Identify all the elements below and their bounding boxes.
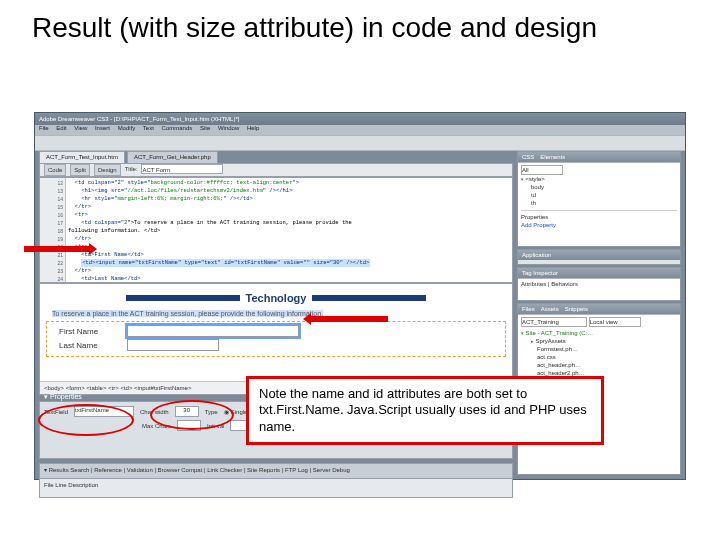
prop-label-type: Type — [205, 409, 218, 415]
highlighted-code-line: <td><input name="txtFirstName" type="tex… — [81, 259, 370, 267]
prop-label-maxchars: Max Chars — [142, 423, 171, 429]
files-tab-assets[interactable]: Assets — [541, 304, 559, 314]
label-firstname: First Name — [59, 327, 121, 336]
menu-commands[interactable]: Commands — [162, 125, 193, 131]
files-root[interactable]: Site - ACT_Training (C:… — [521, 329, 677, 337]
app-titlebar: Adobe Dreamweaver CS3 - [D:\PHP\ACT_Form… — [35, 113, 685, 125]
menu-file[interactable]: File — [39, 125, 49, 131]
page-banner: Technology — [126, 292, 426, 304]
view-design-button[interactable]: Design — [94, 164, 121, 176]
input-lastname[interactable] — [127, 339, 219, 351]
prop-label-initval: Init val — [207, 423, 224, 429]
properties-header[interactable]: ▾ Properties — [40, 393, 86, 401]
prop-charwidth-field[interactable]: 30 — [175, 406, 199, 417]
file-item[interactable]: SpryAssets — [521, 337, 677, 345]
css-rule-td[interactable]: td — [521, 191, 677, 199]
prop-label-name: TextField — [44, 409, 68, 415]
css-rule-body[interactable]: body — [521, 183, 677, 191]
menu-text[interactable]: Text — [143, 125, 154, 131]
files-view-combo[interactable]: Local view — [589, 317, 641, 327]
menu-site[interactable]: Site — [200, 125, 210, 131]
prop-maxchars-field[interactable] — [177, 420, 201, 431]
doc-tab-1[interactable]: ACT_Form_Test_Input.htm — [39, 151, 125, 163]
css-add-property[interactable]: Add Property — [521, 221, 677, 229]
view-split-button[interactable]: Split — [70, 164, 90, 176]
panel-css: CSS Elements All <style> body td th Prop… — [517, 151, 681, 247]
css-rule-th[interactable]: th — [521, 199, 677, 207]
menu-insert[interactable]: Insert — [95, 125, 110, 131]
files-tab-snippets[interactable]: Snippets — [565, 304, 588, 314]
banner-word: Technology — [240, 292, 313, 304]
css-rule-style[interactable]: <style> — [521, 175, 677, 183]
label-lastname: Last Name — [59, 341, 121, 350]
app-tab[interactable]: Application — [522, 250, 551, 260]
tag-sub-behaviors[interactable]: Behaviors — [551, 281, 578, 287]
title-field[interactable]: ACT Form — [141, 164, 223, 174]
menu-modify[interactable]: Modify — [118, 125, 136, 131]
form-outline: First Name Last Name — [46, 321, 506, 357]
file-item[interactable]: act_header.ph… — [521, 361, 677, 369]
menu-window[interactable]: Window — [218, 125, 239, 131]
tag-sub-attributes[interactable]: Attributes — [521, 281, 546, 287]
menu-bar[interactable]: File Edit View Insert Modify Text Comman… — [35, 125, 685, 135]
annotation-arrow-design — [310, 316, 388, 322]
tag-tab[interactable]: Tag Inspector — [522, 268, 558, 278]
insert-bar[interactable] — [35, 135, 685, 151]
css-tab-css[interactable]: CSS — [522, 152, 534, 162]
panel-tag-inspector: Tag Inspector Attributes | Behaviors — [517, 267, 681, 301]
document-tabs: ACT_Form_Test_Input.htm ACT_Form_Get_Hea… — [39, 151, 513, 163]
code-text[interactable]: <td colspan="2" style="background-color:… — [66, 178, 512, 282]
annotation-arrow-code — [24, 246, 90, 252]
doc-tab-2[interactable]: ACT_Form_Get_Header.php — [127, 151, 218, 163]
slide-title: Result (with size attribute) in code and… — [32, 10, 672, 45]
document-toolbar: Code Split Design Title: ACT Form — [39, 163, 513, 177]
menu-help[interactable]: Help — [247, 125, 259, 131]
prop-label-charwidth: Char width — [140, 409, 169, 415]
note-callout: Note the name and id attributes are both… — [246, 376, 604, 445]
files-site-combo[interactable]: ACT_Training — [521, 317, 587, 327]
code-pane[interactable]: 121314 151617 181920 212223 2425 <td col… — [40, 178, 512, 284]
row-firstname: First Name — [47, 324, 505, 338]
panel-application[interactable]: Application — [517, 249, 681, 265]
css-mode-combo[interactable]: All — [521, 165, 563, 175]
code-gutter: 121314 151617 181920 212223 2425 — [40, 178, 66, 282]
file-item[interactable]: act.css — [521, 353, 677, 361]
input-firstname[interactable] — [127, 325, 299, 337]
note-text: Note the name and id attributes are both… — [259, 386, 587, 434]
files-tab-files[interactable]: Files — [522, 304, 535, 314]
css-tab-elements[interactable]: Elements — [540, 152, 565, 162]
title-label: Title: — [125, 164, 138, 176]
file-item[interactable]: Formstest.ph… — [521, 345, 677, 353]
css-props-label: Properties — [521, 210, 677, 221]
prop-name-field[interactable]: txtFirstName — [74, 406, 134, 417]
intro-text: To reserve a place in the ACT training s… — [40, 308, 512, 319]
results-panel-body: File Line Description — [39, 479, 513, 498]
split-view: 121314 151617 181920 212223 2425 <td col… — [39, 177, 513, 395]
menu-edit[interactable]: Edit — [56, 125, 66, 131]
view-code-button[interactable]: Code — [44, 164, 66, 176]
results-panel-header[interactable]: ▾ Results Search | Reference | Validatio… — [39, 463, 513, 479]
menu-view[interactable]: View — [74, 125, 87, 131]
row-lastname: Last Name — [47, 338, 505, 352]
